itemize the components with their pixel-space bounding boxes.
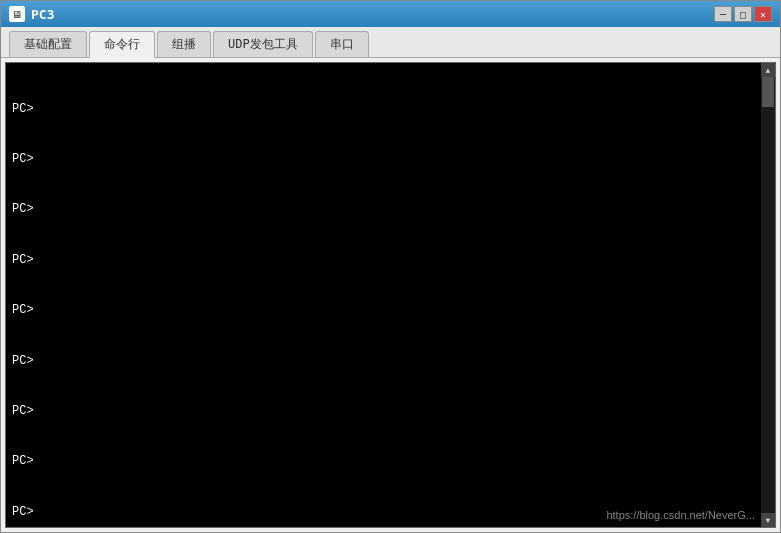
maximize-button[interactable]: □ <box>734 6 752 22</box>
scroll-track[interactable] <box>761 77 775 513</box>
terminal-content: PC> PC> PC> PC> PC> PC> PC> PC> PC> PC> … <box>12 67 769 528</box>
close-button[interactable]: ✕ <box>754 6 772 22</box>
prompt-line-4: PC> <box>12 252 769 269</box>
scroll-thumb[interactable] <box>762 77 774 107</box>
window-icon: 🖥 <box>9 6 25 22</box>
title-bar: 🖥 PC3 ─ □ ✕ <box>1 1 780 27</box>
tab-bar: 基础配置 命令行 组播 UDP发包工具 串口 <box>1 27 780 58</box>
scroll-down-button[interactable]: ▼ <box>761 513 775 527</box>
prompt-line-8: PC> <box>12 453 769 470</box>
scroll-up-button[interactable]: ▲ <box>761 63 775 77</box>
prompt-line-5: PC> <box>12 302 769 319</box>
prompt-line-3: PC> <box>12 201 769 218</box>
tab-cmd[interactable]: 命令行 <box>89 31 155 58</box>
prompt-line-1: PC> <box>12 101 769 118</box>
main-window: 🖥 PC3 ─ □ ✕ 基础配置 命令行 组播 UDP发包工具 串口 PC> P… <box>0 0 781 533</box>
watermark: https://blog.csdn.net/NeverG... <box>606 509 755 521</box>
prompt-line-7: PC> <box>12 403 769 420</box>
main-content: PC> PC> PC> PC> PC> PC> PC> PC> PC> PC> … <box>1 58 780 532</box>
minimize-button[interactable]: ─ <box>714 6 732 22</box>
title-bar-left: 🖥 PC3 <box>9 6 54 22</box>
tab-basic[interactable]: 基础配置 <box>9 31 87 57</box>
window-title: PC3 <box>31 7 54 22</box>
scrollbar[interactable]: ▲ ▼ <box>761 63 775 527</box>
tab-serial[interactable]: 串口 <box>315 31 369 57</box>
terminal[interactable]: PC> PC> PC> PC> PC> PC> PC> PC> PC> PC> … <box>5 62 776 528</box>
tab-multicast[interactable]: 组播 <box>157 31 211 57</box>
prompt-line-2: PC> <box>12 151 769 168</box>
prompt-line-6: PC> <box>12 353 769 370</box>
tab-udp[interactable]: UDP发包工具 <box>213 31 313 57</box>
title-buttons: ─ □ ✕ <box>714 6 772 22</box>
